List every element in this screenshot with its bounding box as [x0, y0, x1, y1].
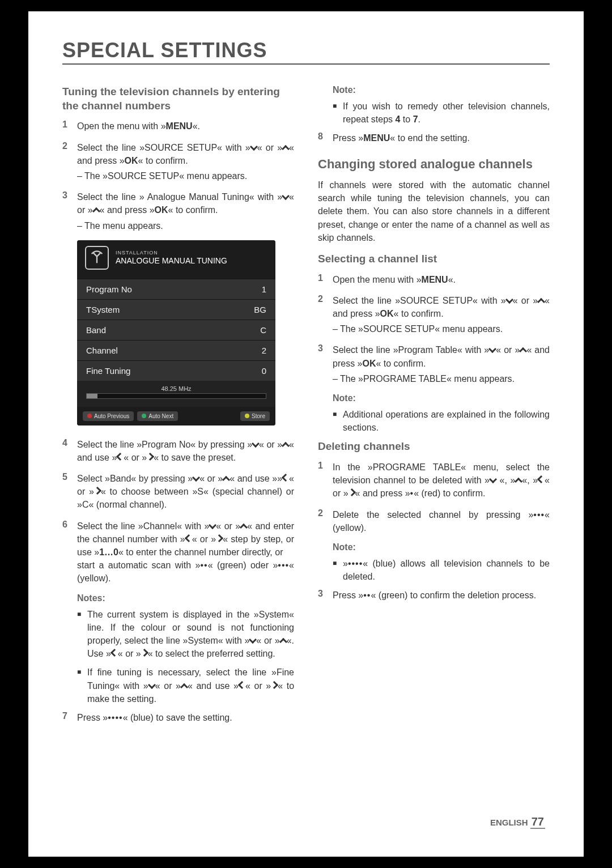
chevron-right-icon: [348, 488, 356, 496]
step-text: Select the line » Analogue Manual Tuning…: [77, 190, 294, 232]
step-number: 8: [318, 131, 333, 144]
chevron-down-icon: [148, 680, 156, 688]
note-item: ■ If fine tuning is necessary, select th…: [77, 666, 294, 705]
osd-titles: INSTALLATION ANALOGUE MANUAL TUNING: [116, 250, 227, 266]
osd-progress-bar: [86, 393, 266, 399]
dot-green-icon: [142, 414, 146, 418]
osd-row-channel: Channel2: [77, 340, 275, 360]
chevron-right-icon: [94, 487, 101, 495]
title-row: SPECIAL SETTINGS: [62, 39, 550, 65]
chevron-up-icon: [279, 638, 287, 646]
note-label: Note:: [333, 393, 550, 403]
chevron-down-icon: [250, 142, 258, 150]
sub-heading: Selecting a channel list: [318, 252, 550, 266]
step-text: Select »Band« by pressing »« or »« and u…: [77, 472, 294, 512]
chevron-down-icon: [505, 296, 513, 304]
step-6: 6 Select the line »Channel« with »« or »…: [62, 520, 294, 585]
step-number: 3: [318, 343, 333, 385]
step-number: 1: [62, 120, 77, 133]
chevron-up-icon: [92, 207, 100, 215]
step-text: Select the line »SOURCE SETUP« with »« o…: [333, 294, 550, 336]
step-number: 7: [62, 711, 77, 724]
osd-row-band: BandC: [77, 320, 275, 340]
step-3: 3 Select the line » Analogue Manual Tuni…: [62, 190, 294, 232]
osd-frequency: 48.25 MHz: [77, 381, 275, 393]
sub-text: – The »PROGRAME TABLE« menu appears.: [333, 372, 550, 385]
step-text: Select the line »SOURCE SETUP« with »« o…: [77, 141, 294, 183]
chevron-down-icon: [489, 475, 497, 483]
osd-btn-next: Auto Next: [137, 411, 178, 421]
dot-red-icon: [87, 414, 92, 418]
chevron-up-icon: [180, 683, 188, 691]
dots-blue-icon: ••••: [348, 559, 363, 568]
page-footer: ENGLISH 77: [490, 815, 545, 828]
osd-row-tsystem: TSystemBG: [77, 299, 275, 320]
osd-btn-store: Store: [240, 411, 270, 421]
step-text: Press »••••« (blue) to save the setting.: [77, 711, 294, 724]
dots-yellow-icon: •••: [533, 510, 545, 520]
step-d1: 1 In the »PROGRAME TABLE« menu, select t…: [318, 461, 550, 500]
chevron-left-icon: [185, 534, 193, 542]
note-item: ■ If you wish to remedy other television…: [333, 100, 550, 126]
dots-yellow-icon: •••: [278, 560, 289, 570]
page-number: 77: [530, 815, 545, 829]
step-number: 2: [62, 141, 77, 183]
step-text: Select the line »Program Table« with »« …: [333, 343, 550, 385]
step-number: 4: [62, 438, 77, 464]
osd-footer: Auto Previous Auto Next Store: [77, 407, 275, 426]
notes-label: Notes:: [77, 593, 294, 603]
osd-progress-wrap: [77, 393, 275, 407]
step-5: 5 Select »Band« by pressing »« or »« and…: [62, 472, 294, 512]
step-number: 2: [318, 294, 333, 336]
chevron-right-icon: [141, 649, 148, 657]
manual-page: SPECIAL SETTINGS Tuning the television c…: [28, 11, 584, 857]
step-7: 7 Press »••••« (blue) to save the settin…: [62, 711, 294, 724]
step-8: 8 Press »MENU« to end the setting.: [318, 131, 550, 144]
intro-paragraph: If channels were stored with the automat…: [318, 178, 550, 244]
osd-btn-prev: Auto Previous: [83, 411, 134, 421]
dots-green-icon: ••: [201, 560, 208, 570]
step-2: 2 Select the line »SOURCE SETUP« with »«…: [62, 141, 294, 183]
sub-text: – The »SOURCE SETUP« menu appears.: [77, 169, 294, 182]
note-text: The current system is displayed in the »…: [87, 608, 294, 661]
note-item: ■ »••••« (blue) allows all television ch…: [333, 557, 550, 583]
osd-panel: INSTALLATION ANALOGUE MANUAL TUNING Prog…: [77, 240, 275, 426]
note-label: Note:: [333, 542, 550, 552]
dot-yellow-icon: [245, 414, 249, 418]
step-number: 1: [318, 273, 333, 286]
step-number: 2: [318, 508, 333, 534]
left-column: Tuning the television channels by enteri…: [62, 85, 294, 732]
bullet-icon: ■: [77, 608, 87, 661]
note-text: If you wish to remedy other television c…: [343, 100, 550, 126]
osd-title: ANALOGUE MANUAL TUNING: [116, 256, 227, 266]
bullet-icon: ■: [333, 557, 343, 583]
step-text: Open the menu with »MENU«.: [333, 273, 550, 286]
step-d2: 2 Delete the selected channel by pressin…: [318, 508, 550, 534]
step-text: In the »PROGRAME TABLE« menu, select the…: [333, 461, 550, 500]
note-text: If fine tuning is necessary, select the …: [87, 666, 294, 705]
columns: Tuning the television channels by enteri…: [62, 85, 550, 732]
dots-green-icon: ••: [363, 590, 371, 600]
step-text: Delete the selected channel by pressing …: [333, 508, 550, 534]
osd-subtitle: INSTALLATION: [116, 250, 227, 256]
step-number: 6: [62, 520, 77, 585]
step-d3: 3 Press »••« (green) to confirm the dele…: [318, 589, 550, 602]
note-text: »••••« (blue) allows all television chan…: [343, 557, 550, 583]
sub-text: – The »SOURCE SETUP« menu appears.: [333, 322, 550, 335]
step-number: 3: [62, 190, 77, 232]
section-heading: Tuning the television channels by enteri…: [62, 85, 294, 113]
osd-row-finetuning: Fine Tuning0: [77, 360, 275, 381]
section-heading: Changing stored analogue channels: [318, 156, 550, 172]
note-label: Note:: [333, 85, 550, 95]
footer-language: ENGLISH: [490, 818, 528, 827]
osd-progress-fill: [87, 394, 97, 398]
dots-blue-icon: ••••: [108, 713, 122, 722]
step-text: Press »••« (green) to confirm the deleti…: [333, 589, 550, 602]
step-text: Select the line »Program No« by pressing…: [77, 438, 294, 464]
osd-header: INSTALLATION ANALOGUE MANUAL TUNING: [77, 240, 275, 279]
bullet-icon: ■: [333, 408, 343, 434]
osd-row-program: Program No1: [77, 279, 275, 299]
step-a2: 2 Select the line »SOURCE SETUP« with »«…: [318, 294, 550, 336]
step-a3: 3 Select the line »Program Table« with »…: [318, 343, 550, 385]
chevron-left-icon: [238, 680, 246, 688]
